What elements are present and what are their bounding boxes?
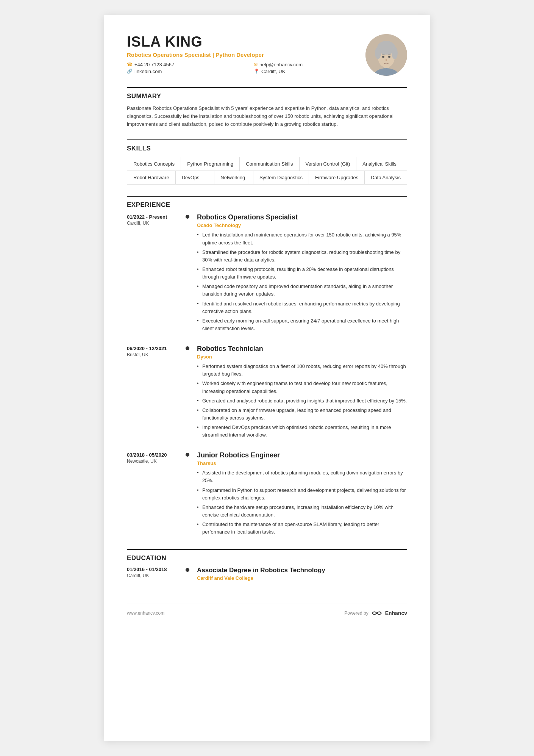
contact-linkedin: 🔗 linkedin.com [127, 69, 239, 74]
bullet: Programmed in Python to support research… [197, 487, 407, 502]
linkedin-text: linkedin.com [134, 69, 162, 74]
exp-entry-3: 03/2018 - 05/2020 Newcastle, UK Junior R… [127, 451, 407, 538]
skill-networking: Networking [214, 171, 253, 184]
exp-2-bullets: Performed system diagnostics on a fleet … [197, 363, 407, 439]
skills-row-1: Robotics Concepts Python Programming Com… [127, 157, 407, 171]
experience-divider [127, 196, 407, 197]
edu-1-date: 01/2016 - 01/2018 [127, 567, 182, 572]
exp-1-dot-line [182, 213, 193, 334]
svg-point-4 [392, 47, 398, 59]
exp-3-location: Newcastle, UK [127, 459, 182, 464]
skill-python: Python Programming [181, 157, 240, 171]
education-section: EDUCATION 01/2016 - 01/2018 Cardiff, UK … [127, 549, 407, 581]
contact-email: ✉ help@enhancv.com [254, 62, 365, 67]
summary-section: SUMMARY Passionate Robotics Operations S… [127, 87, 407, 128]
exp-entry-2: 06/2020 - 12/2021 Bristol, UK Robotics T… [127, 345, 407, 441]
skills-section: SKILLS Robotics Concepts Python Programm… [127, 139, 407, 185]
edu-1-dot [186, 568, 189, 572]
skill-robot-hardware: Robot Hardware [127, 171, 176, 184]
bullet: Assisted in the development of robotics … [197, 469, 407, 484]
skills-grid: Robotics Concepts Python Programming Com… [127, 157, 407, 185]
bullet: Generated and analysed robotic data, pro… [197, 397, 407, 405]
exp-2-dot-line [182, 345, 193, 441]
education-title: EDUCATION [127, 554, 407, 562]
location-icon: 📍 [254, 69, 259, 74]
avatar [365, 34, 407, 76]
candidate-name: ISLA KING [127, 34, 365, 50]
exp-3-dot [186, 453, 189, 457]
summary-text: Passionate Robotics Operations Specialis… [127, 105, 407, 128]
exp-entry-1: 01/2022 - Present Cardiff, UK Robotics O… [127, 213, 407, 334]
edu-1-location: Cardiff, UK [127, 573, 182, 578]
education-divider [127, 549, 407, 550]
bullet: Streamlined the procedure for robotic sy… [197, 249, 407, 264]
exp-3-company: Tharsus [197, 460, 407, 466]
exp-3-left: 03/2018 - 05/2020 Newcastle, UK [127, 451, 182, 538]
edu-1-dot-line [182, 567, 193, 581]
skills-divider [127, 139, 407, 140]
edu-1-school: Cardiff and Vale College [197, 575, 407, 581]
svg-point-8 [388, 56, 390, 58]
footer-website: www.enhancv.com [127, 610, 164, 616]
exp-2-company: Dyson [197, 354, 407, 360]
exp-2-left: 06/2020 - 12/2021 Bristol, UK [127, 345, 182, 441]
experience-title: EXPERIENCE [127, 201, 407, 209]
skill-version-control: Version Control (Git) [300, 157, 357, 171]
exp-1-right: Robotics Operations Specialist Ocado Tec… [193, 213, 407, 334]
exp-1-role: Robotics Operations Specialist [197, 213, 407, 221]
bullet: Executed early morning on-call support, … [197, 317, 407, 332]
skill-communication: Communication Skills [240, 157, 299, 171]
svg-point-7 [382, 56, 384, 58]
bullet: Performed system diagnostics on a fleet … [197, 363, 407, 378]
exp-1-company: Ocado Technology [197, 222, 407, 228]
bullet: Managed code repository and improved doc… [197, 283, 407, 298]
exp-2-right: Robotics Technician Dyson Performed syst… [193, 345, 407, 441]
edu-entry-1: 01/2016 - 01/2018 Cardiff, UK Associate … [127, 567, 407, 581]
exp-2-date: 06/2020 - 12/2021 [127, 346, 182, 351]
skill-analytical: Analytical Skills [356, 157, 407, 171]
bullet: Enhanced robot testing protocols, result… [197, 266, 407, 281]
bullet: Worked closely with engineering teams to… [197, 380, 407, 395]
edu-1-left: 01/2016 - 01/2018 Cardiff, UK [127, 567, 182, 581]
svg-point-9 [386, 59, 387, 61]
enhancv-logo-icon [372, 610, 382, 617]
bullet: Implemented DevOps practices which optim… [197, 424, 407, 439]
powered-by-text: Powered by [344, 610, 368, 616]
exp-1-left: 01/2022 - Present Cardiff, UK [127, 213, 182, 334]
experience-section: EXPERIENCE 01/2022 - Present Cardiff, UK… [127, 196, 407, 538]
bullet: Collaborated on a major firmware upgrade… [197, 407, 407, 422]
exp-1-dot [186, 215, 189, 219]
exp-1-location: Cardiff, UK [127, 221, 182, 226]
bullet: Contributed to the maintenance of an ope… [197, 521, 407, 536]
brand-name: Enhancv [385, 610, 407, 616]
exp-1-bullets: Led the installation and maintenance ope… [197, 231, 407, 332]
phone-icon: ☎ [127, 62, 133, 67]
skills-row-2: Robot Hardware DevOps Networking System … [127, 171, 407, 184]
skill-data-analysis: Data Analysis [365, 171, 407, 184]
exp-3-role: Junior Robotics Engineer [197, 451, 407, 459]
skill-system-diagnostics: System Diagnostics [253, 171, 309, 184]
skills-title: SKILLS [127, 145, 407, 152]
footer: www.enhancv.com Powered by Enhancv [127, 604, 407, 617]
skill-devops: DevOps [176, 171, 215, 184]
bullet: Enhanced the hardware setup procedures, … [197, 504, 407, 519]
phone-text: +44 20 7123 4567 [134, 62, 174, 67]
location-text: Cardiff, UK [261, 69, 285, 74]
exp-1-date: 01/2022 - Present [127, 214, 182, 220]
skill-firmware: Firmware Upgrades [309, 171, 365, 184]
header-section: ISLA KING Robotics Operations Specialist… [127, 34, 407, 76]
exp-2-dot [186, 346, 189, 350]
contact-grid: ☎ +44 20 7123 4567 ✉ help@enhancv.com 🔗 … [127, 62, 365, 74]
edu-1-right: Associate Degree in Robotics Technology … [193, 567, 407, 581]
svg-point-3 [375, 47, 381, 59]
exp-3-dot-line [182, 451, 193, 538]
contact-phone: ☎ +44 20 7123 4567 [127, 62, 239, 67]
exp-3-date: 03/2018 - 05/2020 [127, 452, 182, 458]
linkedin-icon: 🔗 [127, 69, 133, 74]
candidate-title: Robotics Operations Specialist | Python … [127, 52, 365, 58]
email-text: help@enhancv.com [259, 62, 303, 67]
summary-divider [127, 87, 407, 88]
exp-3-bullets: Assisted in the development of robotics … [197, 469, 407, 536]
footer-brand: Powered by Enhancv [344, 610, 407, 617]
resume-page: ISLA KING Robotics Operations Specialist… [104, 15, 430, 741]
